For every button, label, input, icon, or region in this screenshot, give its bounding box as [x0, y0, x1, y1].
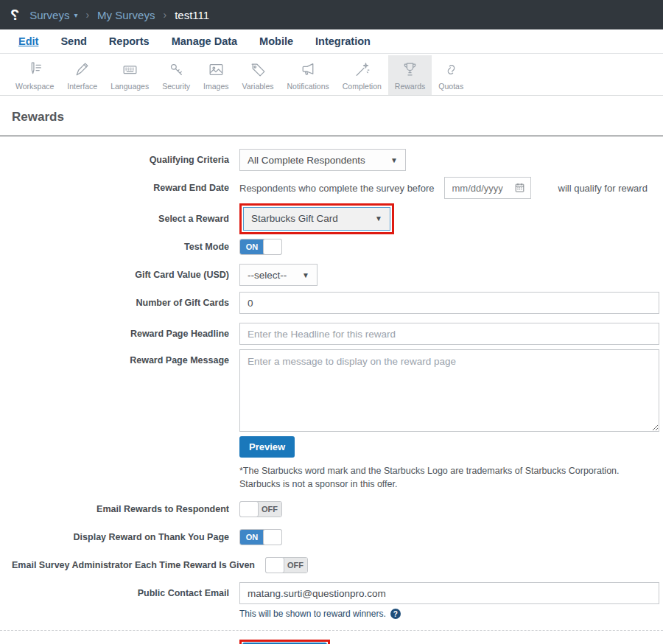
number-of-gift-cards-row: Number of Gift Cards: [12, 292, 659, 314]
field-label: Reward End Date: [12, 183, 229, 193]
test-mode-toggle[interactable]: ON: [239, 239, 282, 255]
page-title: Rewards: [12, 110, 659, 125]
magic-wand-icon: [353, 60, 371, 79]
number-of-gift-cards-input[interactable]: [239, 292, 659, 314]
annotation-box-select-reward: Starbucks Gift Card ▼: [239, 203, 394, 234]
end-date-prefix-text: Respondents who complete the survey befo…: [239, 183, 435, 194]
toggle-off-label: OFF: [258, 502, 281, 517]
breadcrumb-my-surveys[interactable]: My Surveys: [97, 9, 155, 21]
annotation-box-save-button: Save Changes: [239, 640, 330, 644]
megaphone-icon: [299, 60, 318, 79]
chain-links-icon: [442, 60, 460, 79]
tab-send[interactable]: Send: [49, 35, 97, 47]
chevron-down-icon[interactable]: ▾: [74, 11, 77, 19]
selected-value: All Complete Respondents: [248, 155, 365, 166]
breadcrumb-separator: ›: [85, 9, 89, 21]
select-reward-select[interactable]: Starbucks Gift Card ▼: [243, 207, 390, 231]
tab-reports[interactable]: Reports: [98, 35, 161, 47]
reward-page-message-row: Reward Page Message: [12, 349, 659, 432]
toolbar-item-notifications[interactable]: Notifications: [281, 55, 336, 95]
toggle-knob: [263, 239, 282, 255]
toolbar-item-label: Notifications: [287, 82, 329, 91]
helper-text: This will be shown to reward winners.: [239, 609, 386, 619]
qualifying-criteria-select[interactable]: All Complete Respondents ▼: [239, 149, 406, 171]
toggle-knob: [265, 557, 284, 573]
help-icon[interactable]: ?: [390, 609, 401, 619]
toolbar-item-label: Security: [162, 82, 190, 91]
toolbar-item-label: Interface: [67, 82, 97, 91]
toolbar-item-label: Completion: [343, 82, 382, 91]
reward-page-message-textarea[interactable]: [239, 349, 659, 432]
tab-manage-data[interactable]: Manage Data: [161, 35, 248, 47]
email-admin-toggle[interactable]: OFF: [265, 557, 308, 573]
heading-divider: [0, 136, 663, 136]
preview-button[interactable]: Preview: [239, 436, 295, 458]
public-contact-email-helper: This will be shown to reward winners. ?: [239, 609, 659, 619]
test-mode-row: Test Mode ON: [12, 239, 659, 255]
tab-mobile[interactable]: Mobile: [248, 35, 304, 47]
public-contact-email-input[interactable]: [239, 582, 659, 604]
toggle-knob: [239, 501, 259, 517]
qualifying-criteria-row: Qualifying Criteria All Complete Respond…: [12, 149, 659, 171]
pen-icon: [73, 60, 91, 79]
toggle-off-label: OFF: [284, 558, 307, 573]
field-label: Test Mode: [12, 242, 229, 252]
toolbar-item-languages[interactable]: Languages: [104, 55, 155, 95]
email-rewards-toggle[interactable]: OFF: [239, 501, 282, 517]
toolbar-item-images[interactable]: Images: [197, 55, 235, 95]
display-reward-toggle[interactable]: ON: [239, 529, 282, 545]
field-label: Public Contact Email: [12, 582, 229, 598]
field-label: Email Rewards to Respondent: [12, 504, 229, 514]
toolbar-item-workspace[interactable]: Workspace: [9, 55, 60, 95]
main-tabs: Edit Send Reports Manage Data Mobile Int…: [0, 29, 663, 54]
toggle-knob: [263, 529, 282, 545]
reward-end-date-row: Reward End Date Respondents who complete…: [12, 177, 659, 199]
questionpro-logo[interactable]: ?: [10, 7, 19, 24]
topbar: ? Surveys ▾ › My Surveys › test111: [0, 0, 663, 29]
chevron-down-icon: ▼: [390, 156, 398, 164]
selected-value: --select--: [248, 270, 287, 281]
tag-icon: [249, 60, 267, 79]
toolbar-item-label: Quotas: [438, 82, 463, 91]
toolbar-item-label: Rewards: [395, 82, 425, 91]
toolbar-item-label: Images: [203, 82, 228, 91]
key-icon: [167, 60, 186, 79]
toolbar-item-variables[interactable]: Variables: [236, 55, 281, 95]
reward-page-headline-row: Reward Page Headline: [12, 323, 659, 345]
field-label: Gift Card Value (USD): [12, 270, 229, 280]
tab-integration[interactable]: Integration: [304, 35, 382, 47]
gift-card-value-select[interactable]: --select-- ▼: [239, 264, 318, 286]
toolbar-item-quotas[interactable]: Quotas: [432, 55, 470, 95]
email-admin-row: Email Survey Administrator Each Time Rew…: [12, 557, 659, 573]
field-label: Select a Reward: [12, 214, 229, 224]
end-date-suffix-text: will qualify for reward: [558, 183, 648, 194]
toolbar-item-label: Languages: [110, 82, 149, 91]
calendar-icon[interactable]: [514, 182, 525, 193]
keyboard-icon: [121, 60, 139, 79]
save-row: Save Changes: [12, 640, 659, 644]
reward-page-headline-input[interactable]: [239, 323, 659, 345]
starbucks-disclaimer-text: *The Starbucks word mark and the Starbuc…: [239, 465, 659, 491]
field-label: Reward Page Headline: [12, 329, 229, 339]
toolbar-item-rewards[interactable]: Rewards: [388, 55, 432, 95]
toolbar-item-label: Workspace: [15, 82, 54, 91]
picture-icon: [207, 60, 225, 79]
chevron-down-icon: ▼: [302, 271, 309, 279]
field-label: Display Reward on Thank You Page: [12, 532, 229, 542]
public-contact-email-row: Public Contact Email This will be shown …: [12, 582, 659, 619]
field-label: Email Survey Administrator Each Time Rew…: [12, 560, 255, 570]
breadcrumb-separator: ›: [163, 9, 166, 21]
toggle-on-label: ON: [240, 239, 264, 254]
toolbar-item-completion[interactable]: Completion: [336, 55, 388, 95]
end-date-input-wrap: [444, 177, 531, 199]
breadcrumb-surveys[interactable]: Surveys: [29, 9, 69, 21]
tab-edit[interactable]: Edit: [7, 35, 49, 47]
select-reward-row: Select a Reward Starbucks Gift Card ▼: [12, 203, 659, 234]
toolbar-item-label: Variables: [242, 82, 274, 91]
toolbar-item-security[interactable]: Security: [155, 55, 197, 95]
field-label: Number of Gift Cards: [12, 298, 229, 308]
toolbar-item-interface[interactable]: Interface: [60, 55, 104, 95]
email-rewards-row: Email Rewards to Respondent OFF: [12, 501, 659, 517]
field-label: Qualifying Criteria: [12, 155, 229, 165]
display-reward-row: Display Reward on Thank You Page ON: [12, 529, 659, 545]
